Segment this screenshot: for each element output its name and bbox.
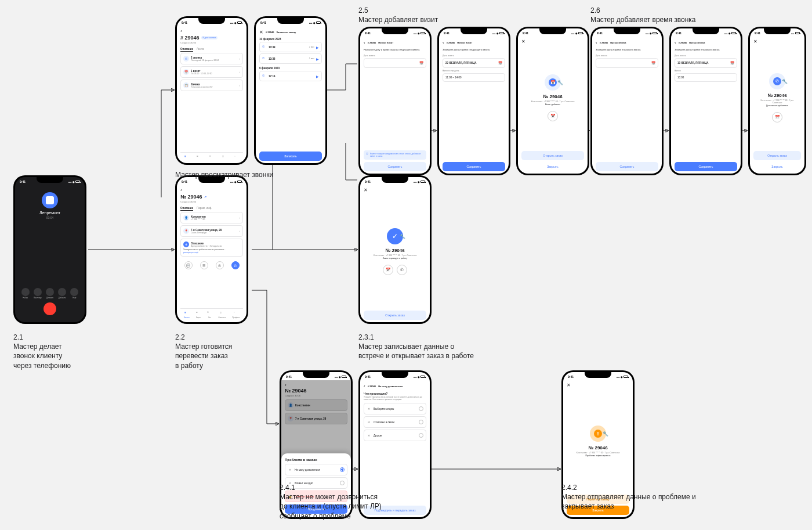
visit-card[interactable]: 📅1 визитПн 23.02 · 12:00–17:00› <box>180 66 243 78</box>
phone-visit-form-1: 9:41 ‹# 29046Новый визит Назначьте дату … <box>358 27 432 175</box>
phone-calltime-success: 9:41 ✕ ✆🔧 № 29046 Константин · +7 906 **… <box>748 27 806 175</box>
info-box: ⓘКлиент получит уведомление о том, что в… <box>364 150 426 160</box>
back-button[interactable]: ‹ <box>180 188 243 193</box>
order-number: # 29046К диагностике <box>180 35 243 41</box>
end-call-button[interactable] <box>44 302 56 315</box>
warning-icon: !🔧 <box>590 426 606 442</box>
phone-calltime-form-2: 9:41 ‹# 29046Время звонка Запишите дату … <box>669 27 742 175</box>
phone-visit-success: 9:41 ✕ 📅🔧 № 29046 Константин · +7 906 **… <box>516 27 589 175</box>
open-order-button[interactable]: Открыть заказ <box>521 151 584 160</box>
success-phone-icon: ✆🔧 <box>769 73 785 89</box>
problem-option[interactable]: ✕Не могу дозвониться <box>285 464 347 475</box>
caller-avatar <box>42 192 58 208</box>
calls-card[interactable]: ✆2 звонкаПоследний 18 февраля 10:04› <box>180 53 243 64</box>
quick-actions: 💬 ☰ ✆ ✆ <box>180 259 243 271</box>
order-number: № 29046 ↗ <box>180 194 243 200</box>
action-primary[interactable]: ✆ <box>231 261 240 269</box>
calendar-action-icon[interactable]: 📅 <box>383 265 393 275</box>
save-button[interactable]: Сохранить <box>443 162 505 171</box>
call-action-speaker[interactable]: Динамик <box>44 288 55 299</box>
time-input[interactable]: 10:00 <box>675 73 737 82</box>
call-action-more[interactable]: Ещё <box>69 288 80 299</box>
call-action-mute[interactable]: Выкл звук <box>32 288 43 299</box>
reason-option[interactable]: ✕Другое <box>364 430 426 441</box>
call-log-item[interactable]: ✆17:14▶ <box>259 71 322 81</box>
close-button[interactable]: ✕ <box>567 383 571 388</box>
action-call[interactable]: ✆ <box>216 261 224 269</box>
close-button[interactable]: ✕ <box>364 188 368 193</box>
phone-calltime-form-1: 9:41 ‹# 29046Время звонка Запишите дату … <box>590 27 664 175</box>
phone-visit-form-2: 9:41 ‹# 29046Новый визит Запишите дату и… <box>437 27 510 175</box>
call-action-add[interactable]: Добавить <box>57 288 68 299</box>
date-input[interactable]: 22 ФЕВРАЛЯ, ПЯТНИЦА📅 <box>443 58 505 68</box>
bottom-nav: ▦Заказы ⊞Карта ☐Чат ◫Финансы ○Профиль <box>180 308 243 320</box>
caption-2-4-2: 2.4.2 Мастер отправляет данные о проблем… <box>561 483 696 511</box>
close-button[interactable]: Закрыть <box>521 162 584 171</box>
date-input[interactable]: 📅 <box>364 58 426 68</box>
date-input[interactable]: 13 ФЕВРАЛЯ, ПЯТНИЦА📅 <box>675 58 737 68</box>
save-button[interactable]: Сохранить <box>596 162 658 171</box>
action-chat[interactable]: 💬 <box>184 261 193 269</box>
action-list[interactable]: ☰ <box>200 261 208 269</box>
phone-order-summary: 9:41 ‹ # 29046К диагностике Создано 30.0… <box>175 16 248 165</box>
phone-work-success: 9:41 ✕ ✓🔧 № 29046 Константин · +7 906 **… <box>358 175 432 324</box>
phone-calls-log: 9:41 ✕# 29046Звонки по заказу 10 февраля… <box>254 16 327 165</box>
nav-finance[interactable]: ◫Финансы <box>218 311 226 319</box>
client-card[interactable]: 👤Константин+7 906 *** ** 60› <box>180 212 243 223</box>
success-calendar-icon: 📅🔧 <box>545 74 561 91</box>
caller-name: Ленремонт <box>19 211 81 215</box>
date-input[interactable]: 📅 <box>596 58 658 68</box>
phone-call-screen: 9:41 Ленремонт 00:04 Набор Выкл звук Дин… <box>13 175 86 324</box>
time-input[interactable]: 11:00 – 14:00 <box>443 73 505 82</box>
description-card[interactable]: ❄ОписаниеБренд неизвестен · Холодильник … <box>180 239 243 257</box>
reason-option[interactable]: ✕Выберите опцию <box>364 403 426 414</box>
call-log-item[interactable]: ✆12:365 мин▶ <box>259 53 322 64</box>
open-order-button[interactable]: Открыть заказ <box>364 311 426 320</box>
nav-orders[interactable]: ▦Заказы <box>184 311 190 319</box>
address-card[interactable]: 📍7-я Советская улица, 29Санкт-Петербург› <box>180 225 243 237</box>
back-button[interactable]: ‹ <box>180 28 243 34</box>
nav-profile[interactable]: ○Профиль <box>232 311 240 319</box>
record-button[interactable]: Записать <box>259 152 322 161</box>
order-tabs[interactable]: Описание Парам. инф. <box>180 207 243 211</box>
phone-action-icon[interactable]: ✆ <box>397 265 407 275</box>
close-button[interactable]: ✕ <box>259 30 263 35</box>
save-button[interactable]: Сохранить <box>675 162 737 171</box>
status-time: 9:41 <box>20 180 26 183</box>
secondary-action-icon[interactable]: 📅 <box>548 111 558 121</box>
caption-2-1: 2.1 Мастер делает звонок клиенту через т… <box>13 333 71 370</box>
caption-2-2: 2.2 Мастер готовится перевести заказ в р… <box>175 333 232 370</box>
save-button[interactable]: Сохранить <box>364 162 426 171</box>
nav-map[interactable]: ⊞Карта <box>196 311 201 319</box>
caption-2-3-1: 2.3.1 Мастер записывает данные о встрече… <box>358 333 474 361</box>
phone-order-detail: 9:41 ‹ № 29046 ↗ Создано 30.06 Описание … <box>175 175 248 324</box>
reason-option[interactable]: ⊘Отказано в связи <box>364 416 426 428</box>
success-check-icon: ✓🔧 <box>387 228 403 244</box>
call-action-keypad[interactable]: Набор <box>20 288 31 299</box>
task-card[interactable]: 📋ЗаявкаУстановка и монтаж БТ› <box>180 80 243 91</box>
close-button[interactable]: ✕ <box>521 39 525 44</box>
caption-2-4-1: 2.4.1 Мастер не может дозвониться до кли… <box>280 483 382 521</box>
caption-2-6: 2.6Мастер добавляет время звонка <box>590 6 696 24</box>
nav-chat[interactable]: ☐Чат <box>207 311 212 319</box>
caption-2-5: 2.5Мастер добавляет визит <box>358 6 438 24</box>
call-log-item[interactable]: ✆10:392 мин▶ <box>259 42 322 52</box>
